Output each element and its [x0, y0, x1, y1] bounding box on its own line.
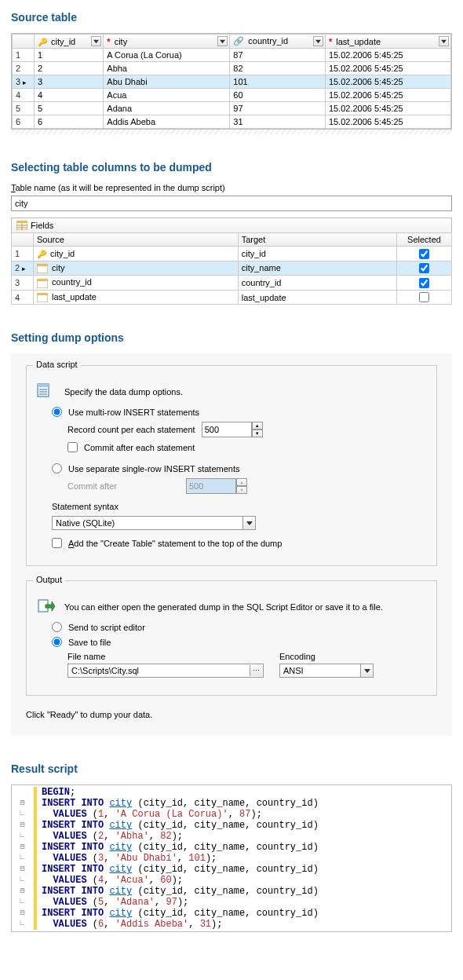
fold-gutter[interactable]: ⊟	[12, 820, 34, 831]
spin-up[interactable]: ▲	[252, 422, 263, 430]
col-header-source[interactable]: Source	[34, 233, 239, 247]
col-filter-dropdown[interactable]	[217, 36, 228, 46]
checkbox-selected[interactable]	[419, 278, 429, 288]
browse-button[interactable]: ⋯	[250, 665, 262, 676]
checkbox-add-create[interactable]	[52, 538, 62, 548]
cell-city-id[interactable]: 4	[35, 89, 104, 102]
radio-send-editor[interactable]	[52, 622, 62, 632]
col-header-last-update[interactable]: * last_update	[325, 35, 450, 49]
cell-last-update[interactable]: 15.02.2006 5:45:25	[325, 62, 450, 75]
cell-last-update[interactable]: 15.02.2006 5:45:25	[325, 75, 450, 89]
table-row[interactable]: 2 ▸ citycity_name	[12, 261, 452, 276]
code-line[interactable]: ∟ VALUES (4, 'Acua', 60);	[12, 875, 451, 886]
fold-gutter[interactable]: ⊟	[12, 842, 34, 853]
radio-save-file[interactable]	[52, 637, 62, 647]
chevron-down-icon[interactable]	[360, 664, 373, 677]
code-line[interactable]: ∟ VALUES (5, 'Adana', 97);	[12, 897, 451, 908]
fold-gutter[interactable]: ⊟	[12, 798, 34, 809]
code-line[interactable]: ⊟INSERT INTO city (city_id, city_name, c…	[12, 886, 451, 897]
radio-multi-row[interactable]	[52, 407, 62, 417]
cell-last-update[interactable]: 15.02.2006 5:45:25	[325, 89, 450, 102]
cell-country-id[interactable]: 82	[230, 62, 326, 75]
cell-city-id[interactable]: 1	[35, 49, 104, 62]
cell-selected[interactable]	[397, 290, 452, 305]
cell-selected[interactable]	[397, 261, 452, 276]
table-row[interactable]: 3 ▸3Abu Dhabi10115.02.2006 5:45:25	[13, 75, 451, 89]
fold-gutter[interactable]: ⊟	[12, 908, 34, 919]
cell-city-id[interactable]: 5	[35, 102, 104, 115]
cell-city-id[interactable]: 3	[35, 75, 104, 89]
cell-country-id[interactable]: 97	[230, 102, 326, 115]
cell-last-update[interactable]: 15.02.2006 5:45:25	[325, 115, 450, 129]
cell-city[interactable]: Addis Abeba	[104, 115, 230, 129]
cell-country-id[interactable]: 87	[230, 49, 326, 62]
cell-target[interactable]: city_id	[238, 247, 396, 261]
code-line[interactable]: ∟ VALUES (1, 'A Corua (La Corua)', 87);	[12, 809, 451, 820]
cell-city-id[interactable]: 6	[35, 115, 104, 129]
col-header-city-id[interactable]: 🔑 city_id	[35, 35, 104, 49]
col-header-country-id[interactable]: 🔗 country_id	[230, 35, 326, 49]
record-count-spinner[interactable]: ▲ ▼	[202, 422, 263, 437]
cell-source[interactable]: city	[34, 261, 239, 276]
table-row[interactable]: 6 6Addis Abeba3115.02.2006 5:45:25	[13, 115, 451, 129]
cell-source[interactable]: country_id	[34, 276, 239, 291]
chevron-down-icon[interactable]	[242, 517, 255, 529]
col-header-city[interactable]: * city	[104, 35, 230, 49]
cell-city-id[interactable]: 2	[35, 62, 104, 75]
table-name-input[interactable]	[11, 196, 452, 211]
code-line[interactable]: ∟ VALUES (6, 'Addis Abeba', 31);	[12, 919, 451, 930]
cell-city[interactable]: Acua	[104, 89, 230, 102]
col-header-selected[interactable]: Selected	[397, 233, 452, 247]
cell-last-update[interactable]: 15.02.2006 5:45:25	[325, 102, 450, 115]
fold-gutter[interactable]: ⊟	[12, 864, 34, 875]
cell-selected[interactable]	[397, 247, 452, 261]
table-row[interactable]: 3 country_idcountry_id	[12, 276, 452, 291]
cell-target[interactable]: country_id	[238, 276, 396, 291]
record-count-input[interactable]	[202, 422, 252, 437]
encoding-select[interactable]: ANSI	[279, 664, 374, 678]
fold-gutter[interactable]: ∟	[12, 853, 34, 864]
checkbox-selected[interactable]	[419, 263, 429, 273]
cell-country-id[interactable]: 60	[230, 89, 326, 102]
cell-target[interactable]: last_update	[238, 290, 396, 305]
checkbox-selected[interactable]	[419, 249, 429, 259]
table-row[interactable]: 2 2Abha8215.02.2006 5:45:25	[13, 62, 451, 75]
table-row[interactable]: 1 1A Corua (La Corua)8715.02.2006 5:45:2…	[13, 49, 451, 62]
cell-city[interactable]: Abha	[104, 62, 230, 75]
cell-country-id[interactable]: 101	[230, 75, 326, 89]
cell-target[interactable]: city_name	[238, 261, 396, 276]
code-line[interactable]: BEGIN;	[12, 787, 451, 798]
cell-country-id[interactable]: 31	[230, 115, 326, 129]
fold-gutter[interactable]: ∟	[12, 897, 34, 908]
statement-syntax-select[interactable]: Native (SQLite)	[52, 516, 256, 530]
checkbox-commit-each[interactable]	[67, 442, 78, 452]
col-filter-dropdown[interactable]	[313, 36, 323, 46]
cell-city[interactable]: A Corua (La Corua)	[104, 49, 230, 62]
fold-gutter[interactable]: ∟	[12, 809, 34, 820]
code-line[interactable]: ⊟INSERT INTO city (city_id, city_name, c…	[12, 820, 451, 831]
table-row[interactable]: 1 🔑 city_idcity_id	[12, 247, 452, 261]
cell-city[interactable]: Abu Dhabi	[104, 75, 230, 89]
fold-gutter[interactable]: ⊟	[12, 886, 34, 897]
checkbox-selected[interactable]	[419, 292, 429, 302]
fold-gutter[interactable]	[12, 787, 34, 798]
code-line[interactable]: ⊟INSERT INTO city (city_id, city_name, c…	[12, 908, 451, 919]
code-line[interactable]: ∟ VALUES (3, 'Abu Dhabi', 101);	[12, 853, 451, 864]
cell-source[interactable]: last_update	[34, 290, 239, 305]
table-row[interactable]: 5 5Adana9715.02.2006 5:45:25	[13, 102, 451, 115]
fold-gutter[interactable]: ∟	[12, 919, 34, 930]
col-header-target[interactable]: Target	[238, 233, 396, 247]
fold-gutter[interactable]: ∟	[12, 831, 34, 842]
code-line[interactable]: ⊟INSERT INTO city (city_id, city_name, c…	[12, 842, 451, 853]
code-line[interactable]: ⊟INSERT INTO city (city_id, city_name, c…	[12, 798, 451, 809]
col-filter-dropdown[interactable]	[91, 36, 101, 46]
code-line[interactable]: ⊟INSERT INTO city (city_id, city_name, c…	[12, 864, 451, 875]
spin-down[interactable]: ▼	[252, 430, 263, 437]
cell-city[interactable]: Adana	[104, 102, 230, 115]
result-code[interactable]: BEGIN;⊟INSERT INTO city (city_id, city_n…	[11, 784, 452, 932]
fold-gutter[interactable]: ∟	[12, 875, 34, 886]
cell-selected[interactable]	[397, 276, 452, 291]
table-row[interactable]: 4 4Acua6015.02.2006 5:45:25	[13, 89, 451, 102]
col-filter-dropdown[interactable]	[439, 36, 449, 46]
radio-single-row[interactable]	[52, 463, 62, 474]
